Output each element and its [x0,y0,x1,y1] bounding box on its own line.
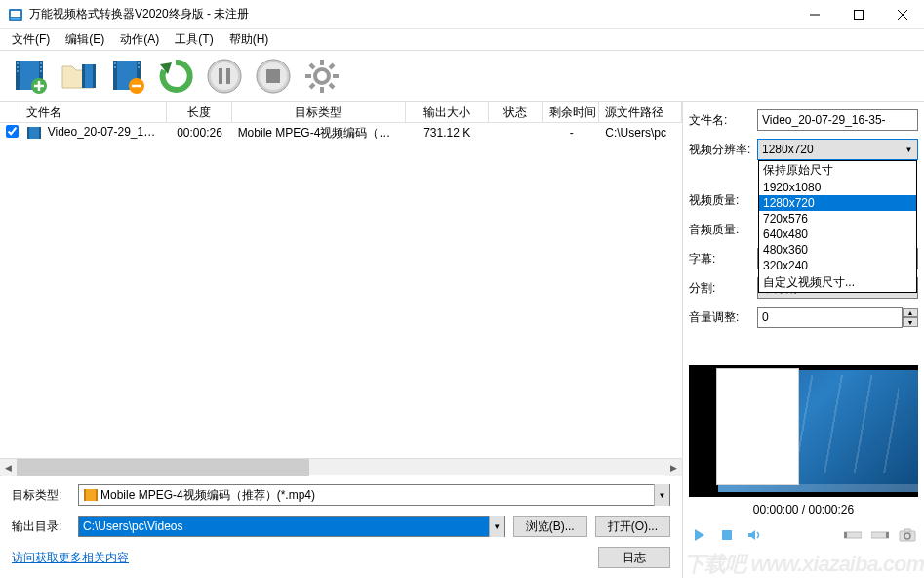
svg-rect-33 [219,68,222,84]
menu-file[interactable]: 文件(F) [4,29,58,50]
column-checkbox[interactable] [0,102,20,122]
title-bar: 万能视频格式转换器V2020终身版 - 未注册 [0,0,924,29]
volume-spinner[interactable]: ▲ ▼ [903,308,918,327]
menu-help[interactable]: 帮助(H) [221,29,277,50]
output-dir-combo[interactable]: C:\Users\pc\Videos ▼ [78,516,505,537]
snapshot-button[interactable] [897,524,918,546]
open-button[interactable]: 打开(O)... [595,516,670,537]
playback-time: 00:00:00 / 00:00:26 [689,503,918,517]
settings-button[interactable] [301,55,343,98]
cell-target: Mobile MPEG-4视频编码（推荐） [232,123,406,144]
output-dir-label: 输出目录: [12,518,70,535]
menu-action[interactable]: 动作(A) [112,29,167,50]
scroll-left-arrow[interactable]: ◀ [0,459,17,476]
svg-rect-12 [17,70,19,72]
column-filename[interactable]: 文件名 [20,102,167,122]
scroll-thumb[interactable] [17,459,309,476]
svg-line-46 [310,84,314,88]
remove-file-button[interactable] [105,55,148,98]
svg-rect-15 [40,70,42,72]
dropdown-arrow-icon: ▼ [489,516,504,537]
output-dir-text: C:\Users\pc\Videos [83,519,489,533]
close-button[interactable] [880,0,924,29]
target-type-combo[interactable]: Mobile MPEG-4视频编码（推荐）(*.mp4) ▼ [78,484,670,506]
scroll-right-arrow[interactable]: ▶ [665,459,682,476]
svg-rect-51 [84,489,86,501]
maximize-button[interactable] [836,0,880,29]
menu-tools[interactable]: 工具(T) [167,29,221,50]
row-checkbox[interactable] [6,125,19,138]
svg-rect-20 [82,64,85,88]
add-file-button[interactable] [8,55,51,98]
svg-rect-34 [226,68,230,84]
column-target[interactable]: 目标类型 [232,102,406,122]
column-remaining[interactable]: 剩余时间 [543,102,599,122]
column-length[interactable]: 长度 [167,102,231,122]
format-icon [83,487,99,503]
target-type-label: 目标类型: [12,487,70,504]
video-quality-label: 视频质量: [689,192,757,209]
clip-start-button[interactable] [842,524,864,546]
svg-rect-55 [844,532,847,538]
svg-rect-27 [138,62,140,64]
play-button[interactable] [689,524,710,546]
cell-length: 00:00:26 [167,124,231,142]
column-output-size[interactable]: 输出大小 [406,102,489,122]
stop-button[interactable] [252,55,295,98]
svg-rect-57 [886,532,889,538]
svg-rect-50 [84,489,98,501]
svg-line-43 [310,64,314,68]
subtitle-label: 字幕: [689,251,757,268]
minimize-button[interactable] [792,0,836,29]
svg-rect-14 [40,66,42,68]
column-status[interactable]: 状态 [489,102,544,122]
volume-button[interactable] [743,524,765,546]
resolution-option[interactable]: 640x480 [759,227,916,242]
cell-filename: Video_20-07-29_16-35-... [20,123,167,143]
spinner-up-button[interactable]: ▲ [903,308,918,317]
convert-button[interactable] [154,55,197,98]
svg-rect-11 [17,66,19,68]
resolution-option[interactable]: 自定义视频尺寸... [759,273,916,292]
more-content-link[interactable]: 访问获取更多相关内容 [12,551,129,564]
cell-remaining: - [543,124,599,142]
filename-input[interactable]: Video_20-07-29_16-35- [757,109,918,131]
clip-end-button[interactable] [869,524,891,546]
audio-quality-label: 音频质量: [689,222,757,238]
menu-edit[interactable]: 编辑(E) [58,29,112,50]
resolution-option[interactable]: 320x240 [759,258,916,273]
cell-source-path: C:\Users\pc [599,124,682,142]
log-button[interactable]: 日志 [598,547,670,568]
dropdown-arrow-icon: ▼ [901,140,917,159]
resolution-option[interactable]: 1920x1080 [759,180,916,195]
target-type-text: Mobile MPEG-4视频编码（推荐）(*.mp4) [100,487,654,504]
pause-button[interactable] [203,55,246,98]
svg-point-32 [211,62,238,90]
svg-rect-1 [11,11,20,17]
menu-bar: 文件(F) 编辑(E) 动作(A) 工具(T) 帮助(H) [0,29,924,51]
svg-rect-4 [854,10,863,19]
horizontal-scrollbar[interactable]: ◀ ▶ [0,458,682,475]
column-source-path[interactable]: 源文件路径 [599,102,682,122]
stop-playback-button[interactable] [716,524,738,546]
svg-rect-21 [93,64,96,88]
table-row[interactable]: Video_20-07-29_16-35-... 00:00:26 Mobile… [0,123,682,143]
svg-rect-10 [17,62,19,64]
volume-input[interactable]: 0 [757,307,903,328]
svg-rect-25 [114,62,116,64]
svg-rect-53 [722,530,732,540]
add-folder-button[interactable] [57,55,100,98]
resolution-combo[interactable]: 1280x720 ▼ 保持原始尺寸 1920x1080 1280x720 720… [757,139,918,160]
svg-rect-28 [138,66,140,68]
resolution-option[interactable]: 保持原始尺寸 [759,161,916,180]
resolution-option[interactable]: 720x576 [759,211,916,227]
spinner-down-button[interactable]: ▼ [903,317,918,327]
resolution-option[interactable]: 480x360 [759,242,916,258]
window-title: 万能视频格式转换器V2020终身版 - 未注册 [29,6,792,22]
browse-button[interactable]: 浏览(B)... [513,516,587,537]
dropdown-arrow-icon: ▼ [654,484,669,506]
resolution-option[interactable]: 1280x720 [759,195,916,211]
player-controls [689,522,918,548]
file-table: 文件名 长度 目标类型 输出大小 状态 剩余时间 源文件路径 Video_20-… [0,102,682,458]
video-preview [689,365,918,497]
